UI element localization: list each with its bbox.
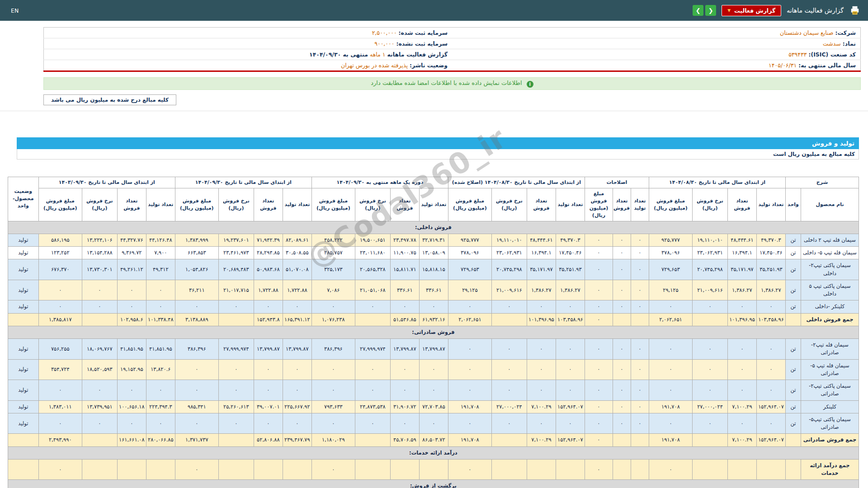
unit-cell bbox=[786, 313, 801, 326]
group-header-cell: از ابتدای سال مالی تا تاریخ ۱۴۰۴/۰۸/۳۰ (… bbox=[448, 177, 585, 188]
value-cell: ۰ bbox=[631, 300, 649, 313]
value-cell: ۰ bbox=[491, 300, 527, 313]
value-cell: ۰ bbox=[218, 359, 254, 380]
value-cell: ۰ bbox=[631, 339, 649, 360]
value-cell: ۶۶۳,۸۵۳ bbox=[175, 247, 218, 259]
value-cell: ۰ bbox=[693, 413, 728, 434]
value-cell: ۱۹۱,۷۰۸ bbox=[649, 400, 692, 413]
value-cell: ۱۹,۱۱۰,۰۱۰ bbox=[491, 234, 527, 246]
value-cell: ۳,۱۳۸,۸۸۹ bbox=[175, 313, 218, 326]
report-type-label: گزارش فعالیت bbox=[734, 7, 775, 14]
page-title: گزارش فعالیت ماهانه bbox=[787, 7, 844, 14]
table-row: کلینکر -داخلیتن۰۰۰۰۰۰۰۰۰۰۰۰۰۰۰۰۰۰۰۰۰۰۰تو… bbox=[8, 300, 859, 313]
value-cell: ۰ bbox=[448, 459, 491, 480]
info-row: سال مالی منتهی به: ۱۴۰۵/۰۶/۳۱ وضعیت ناشر… bbox=[44, 60, 861, 71]
value-cell: ۲۸,۲۹۴.۸۵ bbox=[254, 247, 283, 259]
previous-report-button[interactable]: ❮ bbox=[693, 5, 703, 16]
production-sales-table: شرحاز ابتدای سال مالی تا تاریخ ۱۴۰۴/۰۸/۳… bbox=[8, 177, 859, 488]
value-cell: ۷,۱۰۰.۲۹ bbox=[527, 400, 556, 413]
value-cell bbox=[613, 313, 631, 326]
value-cell: ۱۳,۷۹۹.۸۷ bbox=[419, 339, 448, 360]
value-cell: ۳۵,۲۵۱.۹۳ bbox=[556, 259, 585, 280]
value-cell: ۱۳,۸۲۰.۶ bbox=[146, 359, 175, 380]
value-cell: ۷,۱۰۰.۲۹ bbox=[728, 434, 757, 446]
section-title-bar: تولید و فروش bbox=[17, 137, 859, 149]
registered-capital-label: سرمایه ثبت شده: bbox=[399, 29, 448, 36]
report-period-value: ۱ ماهه bbox=[370, 51, 386, 58]
value-cell: ۴۴,۳۲۷.۷۶ bbox=[117, 234, 146, 246]
info-icon: i bbox=[527, 81, 533, 88]
language-toggle-en[interactable]: EN bbox=[11, 7, 19, 14]
value-cell: ۰ bbox=[175, 380, 218, 401]
unit-cell bbox=[786, 459, 801, 480]
topbar: گزارش فعالیت ماهانه گزارش فعالیت ▼ ❮ ❯ E… bbox=[0, 0, 868, 21]
value-cell: ۱۶۵,۳۹۱.۱۲ bbox=[283, 313, 311, 326]
table-row: سیمان پاکتی تیپ۲- صادراتیتن۰۰۰۰۰۰۰۰۰۰۰۰۰… bbox=[8, 380, 859, 401]
column-header-cell: نرخ فروش (ریال) bbox=[355, 188, 390, 221]
column-header-cell: واحد bbox=[786, 188, 801, 221]
value-cell: ۰ bbox=[556, 300, 585, 313]
report-type-dropdown[interactable]: گزارش فعالیت ▼ bbox=[722, 5, 781, 16]
next-report-button[interactable]: ❯ bbox=[705, 5, 716, 16]
value-cell: ۰ bbox=[146, 280, 175, 300]
isic-label: کد صنعت (ISIC): bbox=[808, 51, 856, 58]
value-cell: ۱۵۲,۹۶۴.۰۷ bbox=[556, 400, 585, 413]
value-cell: ۰ bbox=[448, 359, 491, 380]
value-cell: ۳۳۶.۶۱ bbox=[390, 280, 419, 300]
value-cell: ۰ bbox=[38, 380, 82, 401]
value-cell: ۲۷,۰۰۰,۰۲۴ bbox=[491, 400, 527, 413]
value-cell bbox=[613, 459, 631, 480]
value-cell: ۰ bbox=[419, 413, 448, 434]
page: { "colors": { "topbar": "#30535e", "acce… bbox=[0, 0, 868, 488]
value-cell: ۲۸۰,۰۶۶.۸۵ bbox=[146, 434, 175, 446]
value-cell: ۴۹,۲۶۱.۱۲ bbox=[117, 259, 146, 280]
value-cell: ۳۳۶.۶۱ bbox=[419, 280, 448, 300]
value-cell: ۱,۳۸۳,۹۹۹ bbox=[175, 234, 218, 246]
column-header-cell: تعداد فروش bbox=[728, 188, 757, 221]
symbol-value[interactable]: سدشت bbox=[823, 40, 841, 47]
column-header-cell: تعداد فروش bbox=[527, 188, 556, 221]
value-cell: ۰ bbox=[117, 413, 146, 434]
print-report-icon[interactable] bbox=[849, 5, 861, 16]
value-cell: ۱۰۱,۳۳۸.۴۸ bbox=[146, 313, 175, 326]
value-cell: ۰ bbox=[527, 359, 556, 380]
value-cell: ۰ bbox=[613, 234, 631, 246]
column-header-cell: مبلغ فروش (میلیون ریال) bbox=[311, 188, 355, 221]
value-cell: ۱۵,۸۱۸.۱۵ bbox=[419, 259, 448, 280]
value-cell: ۰ bbox=[448, 413, 491, 434]
value-cell: ۰ bbox=[631, 359, 649, 380]
value-cell: ۰ bbox=[613, 247, 631, 259]
value-cell: ۲۳,۴۹۷.۷۸ bbox=[390, 234, 419, 246]
amounts-note-box: کلیه مبالغ درج شده به میلیون ریال می باش… bbox=[43, 94, 176, 105]
value-cell bbox=[491, 434, 527, 446]
company-name[interactable]: صنایع سیمان دشتستان bbox=[780, 29, 833, 36]
value-cell: ۱۵,۸۱۱.۷۱ bbox=[390, 259, 419, 280]
value-cell: ۳۸۶,۳۹۶ bbox=[175, 339, 218, 360]
info-row: شرکت: صنایع سیمان دشتستان سرمایه ثبت شده… bbox=[44, 28, 861, 38]
value-cell: ۴۸,۴۴۴.۶۱ bbox=[728, 234, 757, 246]
unit-cell: تن bbox=[786, 339, 801, 360]
value-cell: ۱,۳۸۶.۲۷ bbox=[757, 280, 786, 300]
chevron-down-icon: ▼ bbox=[727, 8, 731, 13]
sales-table-body: فروش داخلی:سیمان فله تیپ ۲ داخلیتن۴۹,۳۷۰… bbox=[8, 221, 859, 488]
value-cell: ۰ bbox=[613, 259, 631, 280]
value-cell: ۲۱,۰۱۷,۷۱۵ bbox=[218, 280, 254, 300]
column-header-cell: تعداد فروش bbox=[117, 188, 146, 221]
column-header-cell: نرخ فروش (ریال) bbox=[491, 188, 527, 221]
value-cell: ۰ bbox=[649, 459, 692, 480]
column-header-cell: تعداد تولید bbox=[631, 188, 649, 221]
value-cell: ۱۳,۲۲۴,۱۰۶ bbox=[82, 234, 117, 246]
value-cell: ۰ bbox=[390, 380, 419, 401]
status-cell bbox=[8, 434, 38, 446]
value-cell bbox=[419, 459, 448, 480]
column-header-cell: تعداد تولید bbox=[283, 188, 311, 221]
value-cell bbox=[613, 434, 631, 446]
value-cell: ۰ bbox=[585, 339, 613, 360]
table-row: سیمان فله تیپ۲- صادراتیتن۰۰۰۰۰۰۰۰۰۰۰۱۳,۷… bbox=[8, 339, 859, 360]
value-cell: ۱۲۳,۲۵۲ bbox=[38, 247, 82, 259]
value-cell: ۷۱,۹۴۲.۳۹ bbox=[254, 234, 283, 246]
product-name-cell: سیمان فله تیپ ۵- صادراتی bbox=[801, 359, 859, 380]
value-cell: ۳۵,۲۵۱.۹۳ bbox=[757, 259, 786, 280]
value-cell: ۰ bbox=[82, 413, 117, 434]
value-cell: ۰ bbox=[175, 413, 218, 434]
